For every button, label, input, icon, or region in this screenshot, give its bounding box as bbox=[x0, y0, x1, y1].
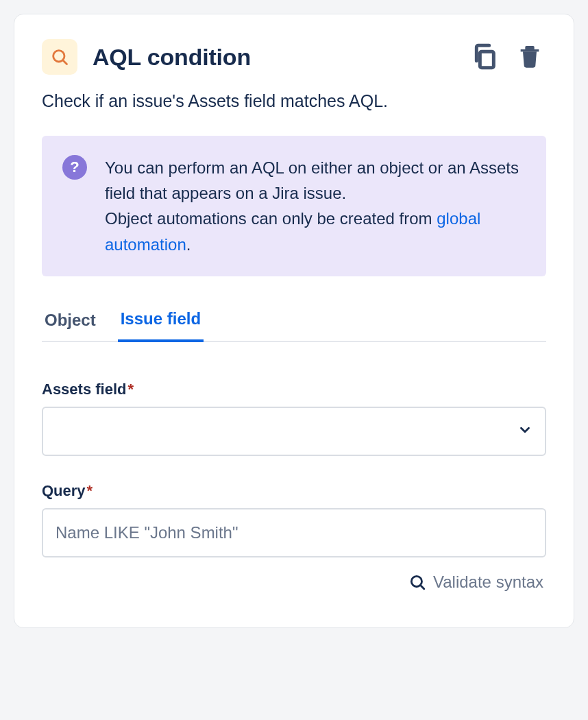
copy-icon bbox=[471, 43, 498, 72]
info-text: You can perform an AQL on either an obje… bbox=[105, 155, 526, 257]
tab-issue-field[interactable]: Issue field bbox=[118, 309, 204, 342]
panel-description: Check if an issue's Assets field matches… bbox=[42, 91, 546, 111]
question-icon: ? bbox=[62, 155, 87, 180]
assets-field-label: Assets field* bbox=[42, 381, 546, 398]
required-mark: * bbox=[87, 482, 93, 499]
tab-object[interactable]: Object bbox=[42, 309, 99, 342]
header-left: AQL condition bbox=[42, 39, 251, 75]
info-line-1: You can perform an AQL on either an obje… bbox=[105, 158, 519, 202]
tabs: Object Issue field bbox=[42, 309, 546, 342]
info-line-2-suffix: . bbox=[186, 235, 191, 254]
required-mark: * bbox=[128, 381, 134, 398]
header-actions bbox=[468, 40, 546, 75]
validate-syntax-button[interactable]: Validate syntax bbox=[406, 570, 546, 595]
aql-condition-panel: AQL condition bbox=[14, 14, 574, 628]
info-panel: ? You can perform an AQL on either an ob… bbox=[42, 136, 546, 276]
assets-field-group: Assets field* bbox=[42, 381, 546, 456]
query-input[interactable] bbox=[42, 508, 546, 557]
info-line-2-prefix: Object automations can only be created f… bbox=[105, 209, 437, 228]
panel-header: AQL condition bbox=[42, 39, 546, 75]
panel-title: AQL condition bbox=[93, 44, 251, 71]
validate-label: Validate syntax bbox=[433, 573, 543, 592]
query-field-label-text: Query bbox=[42, 482, 86, 499]
duplicate-button[interactable] bbox=[468, 40, 501, 75]
svg-line-4 bbox=[421, 585, 424, 588]
trash-icon bbox=[516, 43, 543, 72]
query-field-label: Query* bbox=[42, 482, 546, 500]
svg-line-1 bbox=[63, 60, 67, 64]
query-field-group: Query* Validate syntax bbox=[42, 482, 546, 595]
assets-field-label-text: Assets field bbox=[42, 381, 127, 398]
assets-field-select[interactable] bbox=[42, 407, 546, 456]
search-icon bbox=[408, 573, 426, 591]
delete-button[interactable] bbox=[513, 40, 546, 75]
search-icon bbox=[42, 39, 77, 75]
svg-rect-2 bbox=[480, 51, 493, 67]
